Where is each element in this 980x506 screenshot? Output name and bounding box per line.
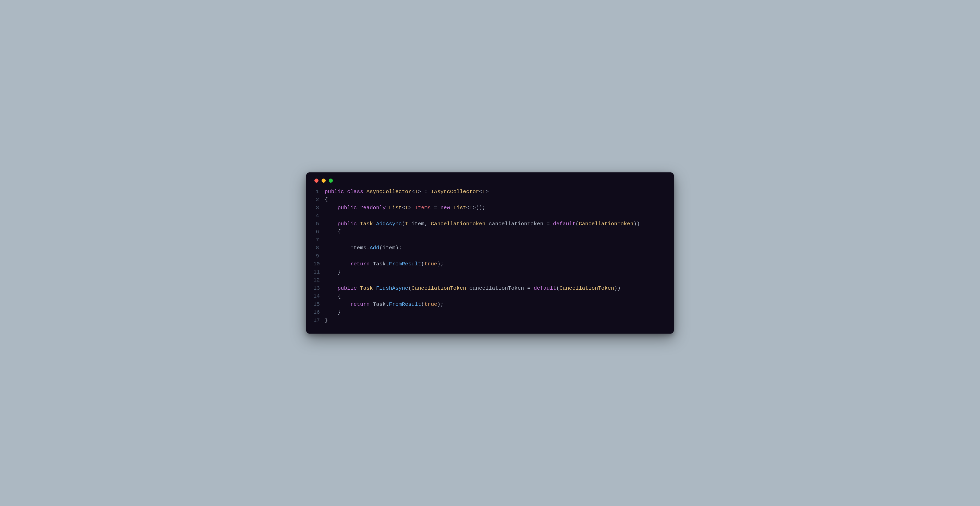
code-token: Task: [360, 221, 376, 227]
line-content[interactable]: }: [325, 268, 341, 276]
code-token: .: [386, 261, 389, 267]
code-token: new: [441, 205, 453, 211]
code-line[interactable]: 4: [313, 212, 667, 220]
code-token: cancellationToken =: [466, 285, 534, 291]
code-line[interactable]: 10 return Task.FromResult(true);: [313, 260, 667, 268]
code-token: T: [415, 189, 418, 195]
line-content[interactable]: return Task.FromResult(true);: [325, 260, 444, 268]
line-content[interactable]: }: [325, 308, 341, 316]
code-token: default: [534, 285, 556, 291]
code-token: Task: [360, 285, 376, 291]
code-line[interactable]: 17}: [313, 316, 667, 325]
code-token: {: [325, 197, 328, 203]
code-token: readonly: [360, 205, 389, 211]
code-line[interactable]: 2{: [313, 196, 667, 204]
code-token: );: [437, 261, 444, 267]
close-icon[interactable]: [314, 179, 318, 183]
code-line[interactable]: 14 {: [313, 292, 667, 300]
line-content[interactable]: {: [325, 196, 328, 204]
code-token: >: [408, 205, 415, 211]
code-token: Task: [373, 261, 386, 267]
code-line[interactable]: 9: [313, 252, 667, 260]
code-token: )): [633, 221, 640, 227]
line-content[interactable]: Items.Add(item);: [325, 244, 402, 252]
code-token: CancellationToken: [431, 221, 485, 227]
line-content[interactable]: public Task FlushAsync(CancellationToken…: [325, 284, 620, 292]
maximize-icon[interactable]: [329, 179, 333, 183]
code-token: public: [337, 221, 360, 227]
code-line[interactable]: 13 public Task FlushAsync(CancellationTo…: [313, 284, 667, 292]
code-line[interactable]: 11 }: [313, 268, 667, 276]
code-token: =: [431, 205, 441, 211]
line-number: 7: [313, 236, 325, 244]
code-token: true: [425, 302, 437, 307]
line-number: 1: [313, 188, 325, 196]
code-token: > :: [418, 189, 431, 195]
code-token: {: [325, 229, 341, 235]
code-token: <: [402, 205, 405, 211]
code-token: return: [350, 261, 373, 267]
code-line[interactable]: 12: [313, 276, 667, 284]
code-token: true: [425, 261, 437, 267]
code-token: }: [325, 269, 341, 275]
code-token: <: [466, 205, 469, 211]
code-token: public: [325, 189, 347, 195]
line-number: 4: [313, 212, 325, 220]
code-token: [325, 245, 350, 251]
code-token: Add: [369, 245, 379, 251]
line-content[interactable]: }: [325, 316, 328, 325]
code-token: [325, 261, 350, 267]
code-token: public: [337, 205, 360, 211]
line-number: 9: [313, 252, 325, 260]
code-token: FromResult: [389, 261, 421, 267]
code-token: FromResult: [389, 302, 421, 307]
line-content[interactable]: {: [325, 292, 341, 300]
code-token: }: [325, 318, 328, 323]
line-content[interactable]: public Task AddAsync(T item, Cancellatio…: [325, 220, 640, 228]
code-line[interactable]: 15 return Task.FromResult(true);: [313, 300, 667, 308]
code-token: Task: [373, 302, 386, 307]
code-line[interactable]: 7: [313, 236, 667, 244]
code-editor-window: 1public class AsyncCollector<T> : IAsync…: [306, 172, 674, 334]
code-token: return: [350, 302, 373, 307]
line-content[interactable]: public readonly List<T> Items = new List…: [325, 204, 485, 212]
code-line[interactable]: 8 Items.Add(item);: [313, 244, 667, 252]
code-token: >: [485, 189, 489, 195]
code-token: cancellationToken =: [485, 221, 553, 227]
line-number: 17: [313, 316, 325, 325]
line-number: 14: [313, 292, 325, 300]
code-token: CancellationToken: [579, 221, 633, 227]
code-token: AddAsync: [376, 221, 402, 227]
code-token: (: [556, 285, 559, 291]
code-token: {: [325, 293, 341, 299]
window-controls: [313, 179, 667, 183]
code-token: .: [386, 302, 389, 307]
code-line[interactable]: 3 public readonly List<T> Items = new Li…: [313, 204, 667, 212]
code-line[interactable]: 1public class AsyncCollector<T> : IAsync…: [313, 188, 667, 196]
minimize-icon[interactable]: [321, 179, 326, 183]
code-token: default: [553, 221, 576, 227]
code-token: Items: [350, 245, 366, 251]
line-number: 8: [313, 244, 325, 252]
code-token: List: [453, 205, 466, 211]
code-token: [325, 221, 337, 227]
code-token: IAsyncCollector: [431, 189, 479, 195]
code-token: T: [482, 189, 486, 195]
line-content[interactable]: {: [325, 228, 341, 236]
code-token: <: [479, 189, 482, 195]
line-number: 15: [313, 300, 325, 308]
line-number: 11: [313, 268, 325, 276]
code-area[interactable]: 1public class AsyncCollector<T> : IAsync…: [313, 188, 667, 325]
code-token: [325, 302, 350, 307]
line-content[interactable]: return Task.FromResult(true);: [325, 300, 444, 308]
line-number: 6: [313, 228, 325, 236]
line-number: 13: [313, 284, 325, 292]
code-token: CancellationToken: [411, 285, 466, 291]
code-line[interactable]: 5 public Task AddAsync(T item, Cancellat…: [313, 220, 667, 228]
line-content[interactable]: public class AsyncCollector<T> : IAsyncC…: [325, 188, 489, 196]
line-number: 10: [313, 260, 325, 268]
code-line[interactable]: 16 }: [313, 308, 667, 316]
code-token: }: [325, 309, 341, 315]
code-line[interactable]: 6 {: [313, 228, 667, 236]
line-number: 3: [313, 204, 325, 212]
